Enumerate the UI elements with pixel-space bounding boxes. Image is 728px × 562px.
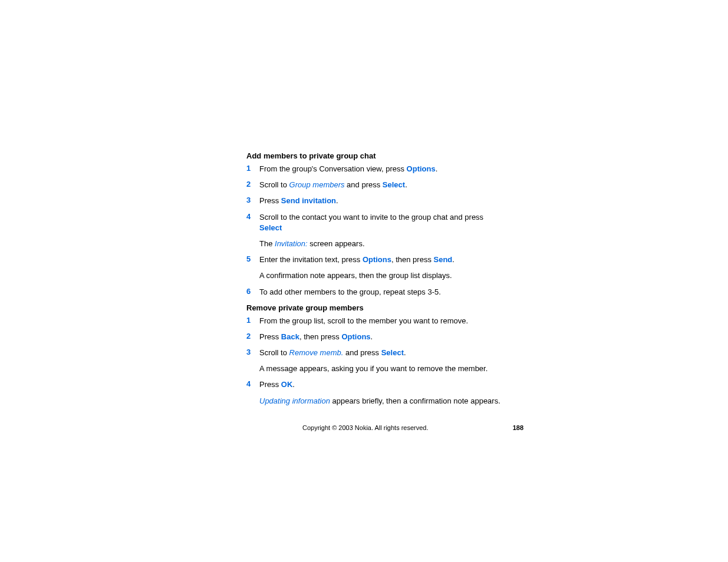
step-number: 4 <box>246 212 259 221</box>
step-number: 2 <box>246 180 259 189</box>
step-followup: Updating information appears briefly, th… <box>259 396 501 406</box>
step-body: Scroll to Group members and press Select… <box>259 180 501 190</box>
step-row: 2Scroll to Group members and press Selec… <box>246 180 535 190</box>
page-number: 188 <box>513 424 523 431</box>
step-row: 3Scroll to Remove memb. and press Select… <box>246 348 535 358</box>
step-followup: A message appears, asking you if you wan… <box>259 363 501 374</box>
step-row: 3Press Send invitation. <box>246 196 535 206</box>
step-row: 4Press OK. <box>246 379 535 390</box>
step-row: 4Scroll to the contact you want to invit… <box>246 212 535 233</box>
step-number: 5 <box>246 254 259 263</box>
step-followup: The Invitation: screen appears. <box>259 239 501 249</box>
step-row: 1From the group's Conversation view, pre… <box>246 164 535 174</box>
section1-steps: 1From the group's Conversation view, pre… <box>246 164 535 297</box>
step-number: 6 <box>246 287 259 296</box>
copyright-text: Copyright © 2003 Nokia. All rights reser… <box>302 424 429 431</box>
step-followup: A confirmation note appears, then the gr… <box>259 270 501 281</box>
step-number: 4 <box>246 379 259 388</box>
step-row: 2Press Back, then press Options. <box>246 332 535 342</box>
section2-steps: 1From the group list, scroll to the memb… <box>246 316 535 406</box>
step-number: 1 <box>246 316 259 325</box>
step-body: From the group's Conversation view, pres… <box>259 164 501 174</box>
step-body: Scroll to Remove memb. and press Select. <box>259 348 501 358</box>
step-number: 1 <box>246 164 259 173</box>
step-body: Scroll to the contact you want to invite… <box>259 212 501 233</box>
heading-remove-members: Remove private group members <box>246 303 535 312</box>
step-body: Press Back, then press Options. <box>259 332 501 342</box>
step-number: 3 <box>246 348 259 356</box>
step-number: 3 <box>246 196 259 204</box>
page-content: Add members to private group chat 1From … <box>246 146 535 412</box>
heading-add-members: Add members to private group chat <box>246 151 535 160</box>
step-row: 6To add other members to the group, repe… <box>246 287 535 297</box>
step-row: 1From the group list, scroll to the memb… <box>246 316 535 326</box>
step-body: Enter the invitation text, press Options… <box>259 254 501 265</box>
step-number: 2 <box>246 332 259 340</box>
step-row: 5Enter the invitation text, press Option… <box>246 254 535 265</box>
step-body: From the group list, scroll to the membe… <box>259 316 501 326</box>
step-body: Press Send invitation. <box>259 196 501 206</box>
step-body: Press OK. <box>259 379 501 390</box>
step-body: To add other members to the group, repea… <box>259 287 501 297</box>
